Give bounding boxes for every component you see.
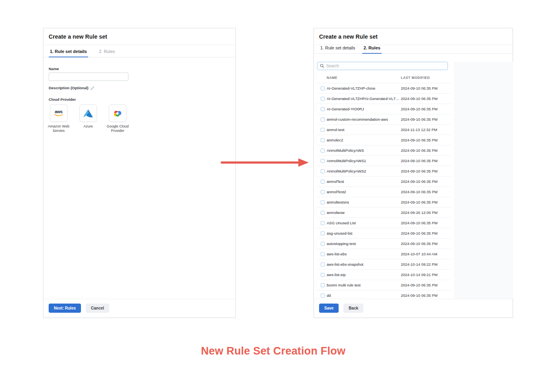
- rule-last-modified: 2024-09-10 06:35 PM: [401, 179, 438, 184]
- row-checkbox[interactable]: [321, 107, 325, 111]
- screenshot-canvas: Create a new Rule set 1. Rule set detail…: [0, 0, 556, 392]
- table-row[interactable]: AI-Generated-VL7ZHPAI-Generated-VL7ZHPAI…: [317, 94, 451, 104]
- rule-last-modified: 2024-09-10 06:35 PM: [401, 117, 438, 122]
- tab-rule-set-details[interactable]: 1. Rule set details: [49, 49, 88, 57]
- row-checkbox[interactable]: [321, 273, 325, 277]
- name-label: Name: [49, 67, 230, 71]
- table-row[interactable]: anmoltestsns 2024-09-10 06:35 PM: [317, 197, 451, 208]
- rule-name: AnmolMultiPolicyAWS2: [327, 169, 399, 173]
- table-row[interactable]: autostopping-test 2024-09-10 06:35 PM: [317, 239, 451, 249]
- table-row[interactable]: boomi multi rule test 2024-09-10 06:35 P…: [317, 280, 451, 290]
- wizard-tabs: 1. Rule set details 2. Rules: [314, 45, 513, 54]
- table-row[interactable]: anmol-test 2024-11-13 12:32 PM: [317, 125, 451, 135]
- table-row[interactable]: AnmolMultiPolicyAWS1 2024-09-10 06:35 PM: [317, 156, 451, 166]
- table-row[interactable]: AI-Generated-VL7ZHP-clone 2024-09-10 06:…: [317, 83, 451, 94]
- back-button[interactable]: Back: [343, 304, 363, 313]
- table-row[interactable]: aws-list-eip 2024-10-14 09:21 PM: [317, 270, 451, 280]
- provider-card-aws[interactable]: aws Amazon Web Servies: [50, 104, 67, 122]
- provider-label-aws: Amazon Web Servies: [44, 124, 73, 133]
- row-checkbox[interactable]: [321, 231, 325, 235]
- row-checkbox[interactable]: [321, 180, 325, 184]
- rule-name: AnmolMultiPolicyAWS: [327, 148, 399, 153]
- row-checkbox[interactable]: [321, 221, 325, 225]
- table-row[interactable]: aws-list-ebs-snapshot 2024-10-14 09:22 P…: [317, 259, 451, 270]
- description-label: Description (Optional): [49, 86, 230, 90]
- rule-last-modified: 2024-09-26 12:06 PM: [401, 210, 438, 215]
- dialog-title: Create a new Rule set: [49, 33, 230, 40]
- table-row[interactable]: dd 2024-09-10 06:35 PM: [317, 290, 451, 299]
- rule-last-modified: 2024-09-10 06:35 PM: [401, 107, 438, 111]
- row-checkbox[interactable]: [321, 200, 325, 204]
- tab-rule-set-details[interactable]: 1. Rule set details: [319, 45, 356, 53]
- rule-last-modified: 2024-10-07 10:44 AM: [401, 252, 437, 256]
- row-checkbox[interactable]: [321, 190, 325, 194]
- wizard-tabs: 1. Rule set details 2. Rules: [43, 45, 235, 57]
- table-row[interactable]: anmolwow 2024-09-26 12:06 PM: [317, 208, 451, 218]
- edit-pencil-icon[interactable]: [91, 86, 95, 90]
- next-rules-button[interactable]: Next: Rules: [49, 304, 81, 313]
- row-checkbox[interactable]: [321, 118, 325, 122]
- rule-name: AI-Generated-VL7ZHP-clone: [327, 86, 399, 90]
- rule-last-modified: 2024-09-10 06:35 PM: [401, 159, 438, 163]
- preview-placeholder: [454, 62, 513, 299]
- row-checkbox[interactable]: [321, 252, 325, 256]
- rule-last-modified: 2024-09-10 06:35 PM: [401, 148, 438, 153]
- rule-name: ASG Unused List: [327, 221, 399, 225]
- search-box: [317, 62, 448, 70]
- rule-name: anmolwow: [327, 210, 399, 215]
- rule-name: dd: [327, 293, 399, 298]
- rule-name: aws-list-ebs: [327, 252, 399, 256]
- search-input[interactable]: [317, 62, 448, 70]
- row-checkbox[interactable]: [321, 211, 325, 215]
- rule-name: anmolTest: [327, 179, 399, 184]
- row-checkbox[interactable]: [321, 263, 325, 267]
- rule-name: aws-list-eip: [327, 272, 399, 277]
- name-input[interactable]: [49, 73, 128, 81]
- rule-set-details-dialog: Create a new Rule set 1. Rule set detail…: [43, 28, 236, 318]
- row-checkbox[interactable]: [321, 149, 325, 153]
- table-row[interactable]: anmolec2 2024-09-10 06:35 PM: [317, 135, 451, 145]
- row-checkbox[interactable]: [321, 283, 325, 287]
- row-checkbox[interactable]: [321, 159, 325, 163]
- table-row[interactable]: anmol-custom-recommendation-aws 2024-09-…: [317, 114, 451, 125]
- row-checkbox[interactable]: [321, 97, 325, 101]
- table-row[interactable]: AnmolMultiPolicyAWS2 2024-09-10 06:35 PM: [317, 166, 451, 176]
- row-checkbox[interactable]: [321, 169, 325, 173]
- table-row[interactable]: AnmolMultiPolicyAWS 2024-09-10 06:35 PM: [317, 145, 451, 156]
- cancel-button[interactable]: Cancel: [86, 304, 109, 313]
- table-header: NAME LAST MODIFIED: [317, 73, 451, 83]
- tab-rules[interactable]: 2. Rules: [362, 45, 381, 53]
- save-button[interactable]: Save: [319, 304, 339, 313]
- row-checkbox[interactable]: [321, 86, 325, 90]
- tab-rules[interactable]: 2. Rules: [98, 49, 116, 57]
- dialog-footer: Next: Rules Cancel: [43, 299, 235, 318]
- provider-label-azure: Azure: [73, 124, 103, 129]
- rule-last-modified: 2024-09-10 06:35 PM: [401, 231, 438, 235]
- provider-card-gcp[interactable]: Google Cloud Provider: [109, 104, 126, 122]
- cloud-provider-label: Cloud Provider: [49, 97, 230, 102]
- rule-last-modified: 2024-09-10 06:35 PM: [401, 283, 438, 287]
- rule-last-modified: 2024-09-10 06:35 PM: [401, 86, 438, 90]
- rule-last-modified: 2024-11-13 12:32 PM: [401, 127, 437, 132]
- column-header-name: NAME: [327, 76, 401, 80]
- rule-last-modified: 2024-09-10 06:35 PM: [401, 221, 438, 225]
- table-row[interactable]: AI-Generated-YIO0RJ 2024-09-10 06:35 PM: [317, 104, 451, 114]
- dialog-title: Create a new Rule set: [319, 33, 507, 40]
- provider-card-azure[interactable]: Azure: [79, 104, 97, 122]
- table-row[interactable]: asg-unused-list 2024-09-10 06:35 PM: [317, 228, 451, 239]
- flow-arrow-icon: [220, 157, 310, 168]
- rule-name: anmolec2: [327, 138, 399, 142]
- rules-selection-dialog: Create a new Rule set 1. Rule set detail…: [313, 28, 513, 318]
- table-row[interactable]: anmolTest2 2024-09-10 06:35 PM: [317, 187, 451, 197]
- table-row[interactable]: aws-list-ebs 2024-10-07 10:44 AM: [317, 249, 451, 259]
- table-row[interactable]: anmolTest 2024-09-10 06:35 PM: [317, 176, 451, 187]
- row-checkbox[interactable]: [321, 242, 325, 246]
- rule-name: boomi multi rule test: [327, 283, 399, 287]
- rule-last-modified: 2024-09-10 06:35 PM: [401, 169, 438, 173]
- row-checkbox[interactable]: [321, 128, 325, 132]
- rule-name: AI-Generated-VL7ZHPAI-Generated-VL7ZHPAI…: [327, 96, 399, 101]
- row-checkbox[interactable]: [321, 294, 325, 298]
- table-row[interactable]: ASG Unused List 2024-09-10 06:35 PM: [317, 218, 451, 228]
- row-checkbox[interactable]: [321, 138, 325, 142]
- rule-last-modified: 2024-09-10 06:35 PM: [401, 190, 438, 194]
